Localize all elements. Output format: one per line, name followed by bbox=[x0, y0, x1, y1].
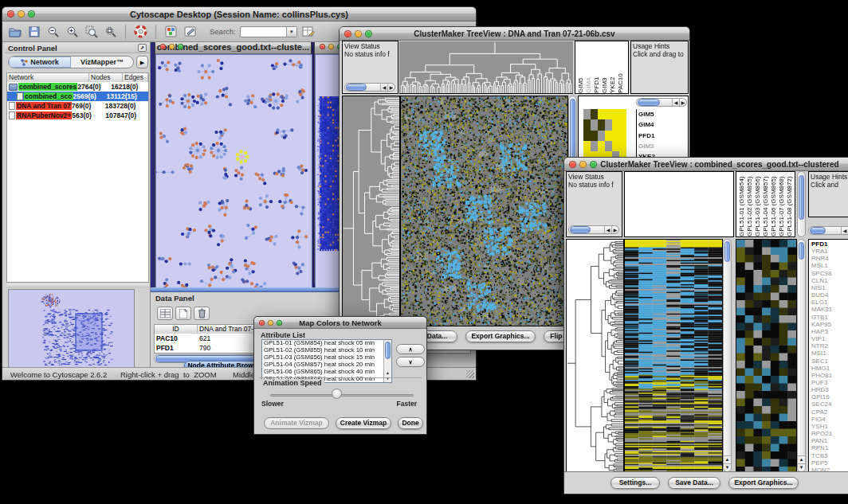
heatmap-canvas[interactable] bbox=[400, 96, 568, 326]
zoom-button[interactable] bbox=[365, 30, 372, 37]
slider-thumb[interactable] bbox=[332, 389, 342, 399]
column-label[interactable]: PAC10 bbox=[617, 41, 624, 93]
gene-label[interactable]: HAP3 bbox=[811, 328, 848, 335]
open-folder-icon[interactable] bbox=[7, 24, 22, 39]
matrix-cell[interactable] bbox=[605, 109, 612, 119]
zoom-button[interactable] bbox=[28, 10, 35, 18]
panel-divider[interactable] bbox=[6, 283, 149, 288]
column-dendrogram-panel[interactable] bbox=[624, 171, 734, 237]
network-table-row[interactable]: combined_scores 2764(0) 16218(0) bbox=[7, 82, 148, 92]
column-label[interactable]: GPL51-06 (GSM865) bbox=[770, 172, 777, 236]
treeview2-titlebar[interactable]: ClusterMaker TreeView : combined_scores_… bbox=[564, 158, 848, 171]
matrix-cell[interactable] bbox=[619, 119, 626, 130]
gene-label[interactable]: PUF3 bbox=[811, 379, 848, 386]
create-vizmap-button[interactable]: Create Vizmap bbox=[336, 417, 391, 429]
col-id[interactable]: ID bbox=[155, 325, 198, 334]
scroll-thumb[interactable] bbox=[638, 99, 660, 106]
scroll-left-icon[interactable]: ◀ bbox=[841, 227, 848, 234]
network-overview-canvas[interactable] bbox=[9, 290, 134, 367]
gene-label[interactable]: PEP5 bbox=[811, 459, 848, 467]
float-panel-icon[interactable]: ⬈ bbox=[138, 44, 147, 52]
matrix-cell[interactable] bbox=[583, 141, 591, 151]
column-label[interactable]: YKE2 bbox=[609, 41, 616, 93]
matrix-cell[interactable] bbox=[612, 141, 619, 151]
gene-label[interactable]: RNR4 bbox=[811, 255, 848, 262]
treeview1-titlebar[interactable]: ClusterMaker TreeView : DNA and Tran 07-… bbox=[340, 27, 689, 41]
column-label[interactable]: GPL51-03 (GSM856) bbox=[754, 172, 761, 236]
scroll-up-icon[interactable]: ▲ bbox=[384, 370, 391, 376]
network-list-header[interactable]: Network Nodes Edges bbox=[7, 73, 148, 82]
save-data-button[interactable]: Save Data... bbox=[668, 477, 720, 489]
export-graphics-button[interactable]: Export Graphics... bbox=[728, 477, 799, 489]
gene-label[interactable]: SEC24 bbox=[811, 400, 848, 408]
scroll-up-icon[interactable]: ▲ bbox=[798, 455, 805, 463]
zoom-selected-icon[interactable] bbox=[84, 24, 99, 39]
heatmap-canvas[interactable] bbox=[624, 239, 723, 474]
gene-label[interactable]: SEC1 bbox=[811, 357, 848, 365]
gene-label[interactable]: PHO81 bbox=[811, 372, 848, 379]
matrix-cell[interactable] bbox=[591, 131, 598, 141]
table-view-icon[interactable] bbox=[157, 307, 173, 320]
attribute-list-vscrollbar[interactable]: ▲ ▼ bbox=[383, 340, 391, 382]
usage-hscrollbar[interactable]: ◀▶ bbox=[808, 226, 848, 235]
matrix-cell[interactable] bbox=[583, 131, 591, 141]
tab-overflow-button[interactable]: ▶ bbox=[136, 56, 148, 68]
scroll-thumb[interactable] bbox=[385, 342, 391, 359]
matrix-cell[interactable] bbox=[605, 119, 612, 130]
scroll-right-icon[interactable]: ▶ bbox=[611, 226, 618, 233]
new-document-icon[interactable] bbox=[175, 307, 191, 320]
column-dendrogram[interactable] bbox=[399, 41, 573, 94]
search-dropdown-icon[interactable]: ▼ bbox=[286, 27, 296, 37]
matrix-cell[interactable] bbox=[591, 119, 598, 130]
close-button[interactable] bbox=[7, 10, 14, 18]
gene-label[interactable]: FIG4 bbox=[811, 416, 848, 423]
close-button[interactable] bbox=[160, 44, 166, 49]
gene-label[interactable]: RPN1 bbox=[811, 444, 848, 451]
column-label[interactable]: GIM4 bbox=[585, 41, 592, 93]
animation-speed-slider[interactable] bbox=[270, 394, 414, 397]
matrix-cell[interactable] bbox=[605, 131, 612, 141]
matrix-cell[interactable] bbox=[612, 119, 619, 130]
main-titlebar[interactable]: Cytoscape Desktop (Session Name: collins… bbox=[2, 7, 476, 21]
matrix-cell[interactable] bbox=[598, 119, 605, 130]
zoom-vscrollbar[interactable]: ▲ ▼ bbox=[797, 239, 806, 472]
move-down-button[interactable]: ∨ bbox=[396, 357, 425, 367]
tab-vizmapper[interactable]: VizMapper™ bbox=[71, 57, 133, 68]
gene-label[interactable]: HMG1 bbox=[811, 365, 848, 372]
scroll-thumb[interactable] bbox=[799, 242, 804, 260]
gene-label[interactable]: MSL1 bbox=[811, 262, 848, 269]
matrix-cell[interactable] bbox=[605, 141, 612, 151]
scroll-left-icon[interactable]: ◀ bbox=[604, 226, 611, 233]
minimize-button[interactable] bbox=[268, 320, 273, 326]
scroll-thumb[interactable] bbox=[346, 84, 367, 91]
matrix-cell[interactable] bbox=[612, 109, 619, 119]
matrix-cell[interactable] bbox=[619, 109, 626, 119]
col-network[interactable]: Network bbox=[7, 73, 89, 82]
view-status-hscrollbar[interactable]: ◀▶ bbox=[568, 225, 619, 234]
column-label[interactable]: GPL51-07 (GSM868) bbox=[778, 172, 785, 236]
gene-label[interactable]: BUD4 bbox=[811, 291, 848, 299]
gene-label[interactable]: RPO21 bbox=[811, 430, 848, 437]
trash-icon[interactable] bbox=[194, 307, 210, 320]
matrix-cell[interactable] bbox=[598, 109, 605, 119]
column-label[interactable]: GIM3 bbox=[601, 41, 608, 93]
column-label[interactable]: GPL51-02 (GSM855) bbox=[746, 172, 753, 236]
scroll-right-icon[interactable]: ▶ bbox=[679, 99, 686, 106]
gene-label[interactable]: GIM5 bbox=[638, 109, 658, 119]
close-button[interactable] bbox=[344, 30, 351, 37]
close-button[interactable] bbox=[320, 44, 325, 49]
view-status-hscrollbar[interactable]: ◀▶ bbox=[344, 83, 395, 92]
zoomed-heatmap-canvas[interactable] bbox=[736, 239, 797, 474]
scroll-up-icon[interactable]: ▲ bbox=[724, 455, 731, 463]
matrix-cell[interactable] bbox=[619, 131, 626, 141]
matrix-cell[interactable] bbox=[598, 131, 605, 141]
column-label[interactable]: GIM5 bbox=[577, 41, 584, 93]
gene-label[interactable]: CLN1 bbox=[811, 277, 848, 284]
search-input[interactable]: ▼ bbox=[240, 26, 297, 37]
attribute-browser-icon[interactable] bbox=[301, 24, 316, 39]
network-overview-panel[interactable] bbox=[8, 289, 135, 368]
scroll-thumb[interactable] bbox=[799, 175, 804, 220]
gene-label[interactable]: ELG1 bbox=[811, 299, 848, 306]
row-dendrogram[interactable] bbox=[342, 96, 400, 326]
gene-label[interactable]: PFD1 bbox=[811, 240, 848, 248]
